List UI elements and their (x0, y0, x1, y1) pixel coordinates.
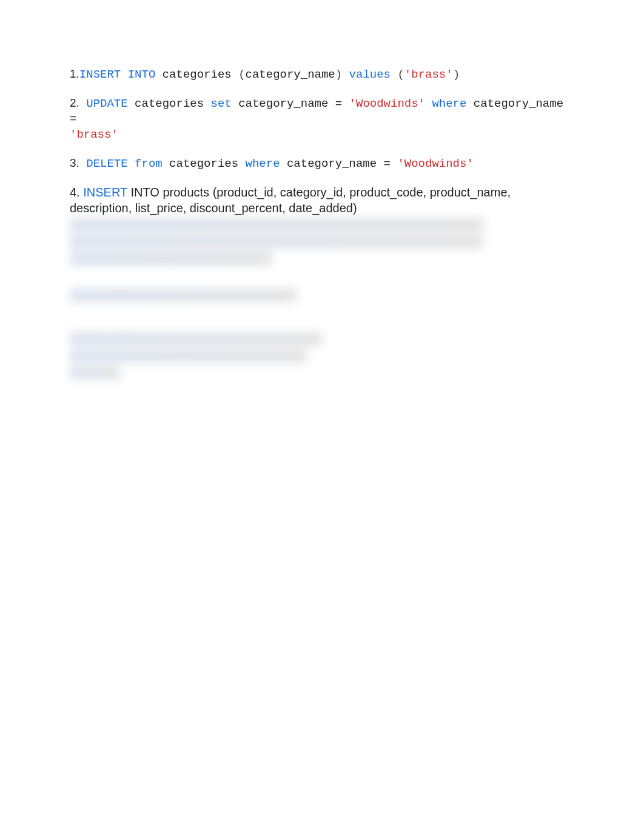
item-number: 3. (70, 156, 79, 169)
sql-text: category_name = (280, 157, 398, 170)
keyword-values: values (342, 68, 391, 81)
list-item-2: 2. UPDATE categories set category_name =… (70, 96, 574, 143)
keyword-insert: INSERT (79, 68, 121, 81)
keyword-where: where (246, 157, 280, 170)
keyword-from: from (128, 157, 163, 170)
list-item-4: 4. INSERT INTO products (product_id, cat… (70, 184, 574, 380)
item-number: 1. (70, 67, 79, 80)
string-literal: 'Woodwinds' (349, 97, 425, 110)
string-literal: 'brass' (70, 128, 118, 141)
sql-text: categories (128, 97, 211, 110)
sql-text: INTO products (product_id, category_id, … (70, 186, 511, 215)
paren-close: ) (453, 68, 460, 81)
list-item-1: 1.INSERT INTO categories (category_name)… (70, 67, 574, 82)
keyword-insert: INSERT (80, 186, 127, 199)
keyword-delete: DELETE (79, 157, 128, 170)
blurred-line (70, 332, 322, 346)
blurred-content (70, 218, 574, 380)
keyword-where: where (425, 97, 466, 110)
paren-open: ( (391, 68, 404, 81)
blurred-line (70, 366, 120, 380)
blurred-line (70, 218, 483, 232)
sql-code: INSERT INTO products (product_id, catego… (70, 186, 511, 215)
sql-text: category_name = (232, 97, 349, 110)
sql-text: categories (155, 68, 238, 81)
keyword-into: INTO (121, 68, 155, 81)
blurred-line (70, 235, 483, 249)
sql-text: categories (163, 157, 246, 170)
paren-close: ) (335, 68, 342, 81)
sql-code: UPDATE categories set category_name = 'W… (70, 97, 563, 141)
string-literal: 'Woodwinds' (397, 157, 473, 170)
keyword-set: set (211, 97, 232, 110)
item-number: 2. (70, 96, 79, 109)
keyword-update: UPDATE (79, 97, 128, 110)
sql-code: INSERT INTO categories (category_name) v… (79, 68, 460, 81)
blurred-line (70, 289, 297, 302)
item-number: 4. (70, 186, 80, 199)
blurred-line (70, 252, 272, 266)
paren-open: ( (238, 68, 245, 81)
list-item-3: 3. DELETE from categories where category… (70, 156, 574, 172)
sql-text: category_name (246, 68, 335, 81)
sql-code: DELETE from categories where category_na… (79, 157, 474, 170)
string-literal: 'brass' (404, 68, 453, 81)
blurred-line (70, 349, 307, 363)
